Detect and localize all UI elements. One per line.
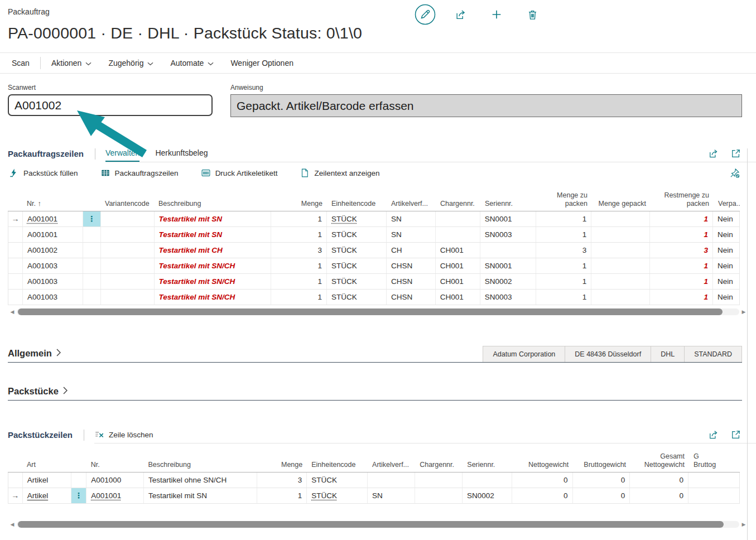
cell-nr[interactable]: A001000 xyxy=(86,472,144,488)
cell-restmenge_zu_packen[interactable]: 1 xyxy=(650,211,713,226)
plus-icon[interactable] xyxy=(485,3,508,26)
pin-off-icon[interactable] xyxy=(729,167,740,179)
cell-nr[interactable]: A001002 xyxy=(23,243,83,258)
cell-einheitencode[interactable]: STÜCK xyxy=(327,211,387,226)
cell-menge_gepackt[interactable] xyxy=(591,243,650,258)
cell-nr[interactable]: A001001 xyxy=(23,227,83,242)
pencil-circle-icon[interactable] xyxy=(414,3,436,26)
cell-gesamt_bruttogewicht[interactable] xyxy=(688,488,739,503)
scroll-left-icon[interactable]: ◀ xyxy=(8,520,17,528)
table-row[interactable]: →Artikel⋮A001001Testartikel mit SN1STÜCK… xyxy=(8,488,740,504)
cell-art[interactable]: Artikel xyxy=(23,472,71,488)
col-header-einheitencode[interactable]: Einheitencode xyxy=(327,200,387,208)
cell-menge_zu_packen[interactable]: 1 xyxy=(536,211,592,226)
trash-icon[interactable] xyxy=(521,3,543,26)
cell-beschreibung[interactable]: Testartikel mit SN xyxy=(155,211,272,226)
cell-menge_gepackt[interactable] xyxy=(591,274,650,289)
cell-menge[interactable]: 1 xyxy=(271,274,327,289)
cell-variantencode[interactable] xyxy=(101,211,155,226)
cell-seriennr[interactable]: SN0003 xyxy=(480,227,536,242)
cell-seriennr[interactable]: SN0001 xyxy=(480,211,536,226)
cell-chargennr[interactable]: CH001 xyxy=(436,290,480,305)
tab-verwalten[interactable]: Verwalten xyxy=(105,145,139,162)
cell-verpackt[interactable]: Nein xyxy=(713,258,739,273)
cell-beschreibung[interactable]: Testartikel mit SN xyxy=(144,488,257,503)
col-header-variantencode[interactable]: Variantencode xyxy=(100,200,154,208)
col-header-menge[interactable]: Menge xyxy=(257,461,307,469)
col-header-chargennr[interactable]: Chargennr. xyxy=(415,461,463,469)
cell-menge_gepackt[interactable] xyxy=(591,211,650,226)
table-row[interactable]: A001003Testartikel mit SN/CH1STÜCKCHSNCH… xyxy=(8,290,740,305)
menu-item-weniger-optionen[interactable]: Weniger Optionen xyxy=(222,53,302,73)
cell-seriennr[interactable] xyxy=(463,472,512,488)
action-zeilentext-anzeigen[interactable]: Zeilentext anzeigen xyxy=(300,168,379,178)
cell-nettogewicht[interactable]: 0 xyxy=(512,488,573,503)
cell-artikelverfolgung[interactable] xyxy=(368,472,415,488)
action-druck-artikeletikett[interactable]: Druck Artikeletikett xyxy=(201,168,278,178)
summary-tile[interactable]: Adatum Corporation xyxy=(483,346,565,362)
summary-tile[interactable]: STANDARD xyxy=(684,346,741,362)
cell-menge_zu_packen[interactable]: 1 xyxy=(536,258,592,273)
table-row[interactable]: →A001001⋮Testartikel mit SN1STÜCKSNSN000… xyxy=(8,211,740,227)
cell-seriennr[interactable]: SN0002 xyxy=(463,488,512,503)
cell-nettogewicht[interactable]: 0 xyxy=(512,472,573,488)
row-menu-button[interactable] xyxy=(83,227,101,242)
cell-artikelverfolgung[interactable]: CHSN xyxy=(387,258,436,273)
table-row[interactable]: A001002Testartikel mit CH3STÜCKCHCH00133… xyxy=(8,243,740,258)
cell-einheitencode[interactable]: STÜCK xyxy=(327,258,387,273)
col-header-beschreibung[interactable]: Beschreibung xyxy=(154,200,271,208)
cell-restmenge_zu_packen[interactable]: 1 xyxy=(650,258,713,273)
row-menu-button[interactable] xyxy=(83,274,101,289)
col-header-menge[interactable]: Menge xyxy=(271,200,327,208)
open-in-window-icon[interactable] xyxy=(730,429,741,440)
cell-verpackt[interactable]: Nein xyxy=(713,211,739,226)
cell-nr[interactable]: A001001 xyxy=(86,488,144,503)
cell-bruttogewicht[interactable]: 0 xyxy=(573,488,630,503)
cell-nr[interactable]: A001003 xyxy=(23,274,83,289)
cell-seriennr[interactable]: SN0003 xyxy=(480,290,536,305)
row-menu-button[interactable] xyxy=(83,290,101,305)
cell-menge[interactable]: 1 xyxy=(257,488,307,503)
action-packstück-füllen[interactable]: Packstück füllen xyxy=(9,168,78,178)
col-header-art[interactable]: Art xyxy=(22,461,86,469)
scroll-left-icon[interactable]: ◀ xyxy=(8,308,17,316)
cell-verpackt[interactable]: Nein xyxy=(713,290,739,305)
cell-chargennr[interactable] xyxy=(436,211,480,226)
scroll-thumb[interactable] xyxy=(18,521,724,528)
cell-beschreibung[interactable]: Testartikel ohne SN/CH xyxy=(144,472,257,488)
cell-artikelverfolgung[interactable]: SN xyxy=(368,488,415,503)
cell-einheitencode[interactable]: STÜCK xyxy=(307,472,368,488)
cell-menge[interactable]: 3 xyxy=(271,243,327,258)
share-icon[interactable] xyxy=(708,429,719,440)
table-row[interactable]: A001003Testartikel mit SN/CH1STÜCKCHSNCH… xyxy=(8,258,740,274)
cell-variantencode[interactable] xyxy=(101,274,155,289)
cell-beschreibung[interactable]: Testartikel mit CH xyxy=(155,243,272,258)
cell-artikelverfolgung[interactable]: CH xyxy=(387,243,436,258)
cell-einheitencode[interactable]: STÜCK xyxy=(327,227,387,242)
cell-menge[interactable]: 3 xyxy=(257,472,307,488)
row-menu-button[interactable]: ⋮ xyxy=(83,211,101,226)
col-header-gesamt-nettogewicht[interactable]: Gesamt Nettogewicht xyxy=(630,452,689,469)
cell-nr[interactable]: A001003 xyxy=(23,290,83,305)
summary-tile[interactable]: DE 48436 Düsseldorf xyxy=(565,346,651,362)
row-menu-button[interactable] xyxy=(83,243,101,258)
cell-nr[interactable]: A001003 xyxy=(23,258,83,273)
cell-einheitencode[interactable]: STÜCK xyxy=(327,274,387,289)
cell-menge_gepackt[interactable] xyxy=(591,258,650,273)
share-icon[interactable] xyxy=(708,148,719,159)
cell-nr[interactable]: A001001 xyxy=(23,211,83,226)
cell-seriennr[interactable]: SN0001 xyxy=(480,258,536,273)
cell-chargennr[interactable] xyxy=(415,472,463,488)
cell-menge[interactable]: 1 xyxy=(271,290,327,305)
cell-verpackt[interactable]: Nein xyxy=(713,243,739,258)
cell-verpackt[interactable]: Nein xyxy=(713,274,739,289)
cell-menge_zu_packen[interactable]: 1 xyxy=(536,227,592,242)
col-header-bruttogewicht[interactable]: Bruttogewicht xyxy=(573,461,630,469)
row-menu-button[interactable]: ⋮ xyxy=(71,488,87,503)
cell-variantencode[interactable] xyxy=(101,227,155,242)
cell-restmenge_zu_packen[interactable]: 3 xyxy=(650,243,713,258)
col-header-beschreibung[interactable]: Beschreibung xyxy=(144,461,258,469)
cell-beschreibung[interactable]: Testartikel mit SN/CH xyxy=(155,290,272,305)
cell-menge[interactable]: 1 xyxy=(271,258,327,273)
cell-chargennr[interactable]: CH001 xyxy=(436,274,480,289)
